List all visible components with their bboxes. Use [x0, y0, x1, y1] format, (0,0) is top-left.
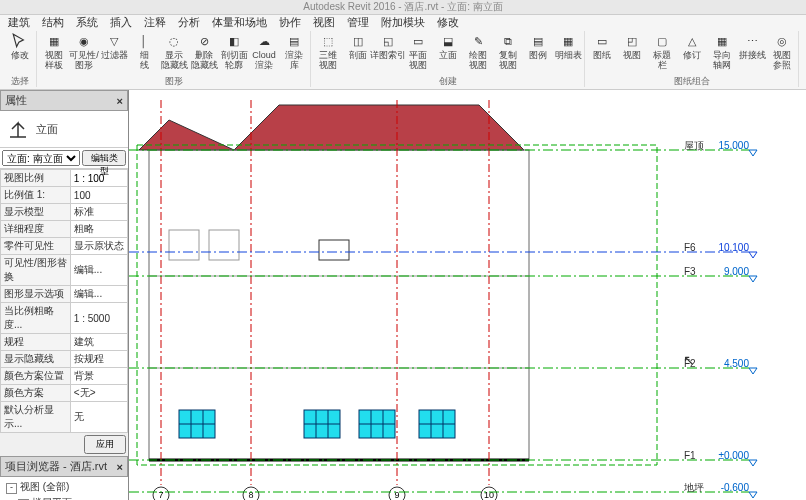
menu-管理[interactable]: 管理	[347, 15, 369, 30]
close-icon[interactable]: ×	[117, 461, 123, 473]
plan-views-button[interactable]: ▭平面视图	[404, 31, 432, 71]
prop-value[interactable]: 无	[70, 402, 127, 433]
schedules-icon: ▦	[559, 32, 577, 50]
menu-附加模块[interactable]: 附加模块	[381, 15, 425, 30]
level-marker-icon	[749, 368, 757, 374]
visibility-icon: ◉	[75, 32, 93, 50]
level-elev[interactable]: -0.600	[721, 482, 750, 493]
title-block-button[interactable]: ▢标题栏	[648, 31, 676, 71]
instance-select[interactable]: 立面: 南立面	[2, 150, 80, 166]
level-name[interactable]: F1	[684, 450, 696, 461]
revisions-button[interactable]: △修订	[678, 31, 706, 61]
expand-icon[interactable]: -	[6, 483, 17, 494]
prop-value[interactable]: 标准	[70, 204, 127, 221]
visibility-button[interactable]: ◉可见性/图形	[70, 31, 98, 71]
level-elev[interactable]: 15.000	[718, 140, 749, 151]
title-block-icon: ▢	[653, 32, 671, 50]
properties-table: 视图比例比例值 1:100显示模型标准详细程度粗略零件可见性显示原状态可见性/图…	[0, 169, 128, 433]
render-gallery-button[interactable]: ▤渲染库	[280, 31, 308, 71]
section-icon: ◫	[349, 32, 367, 50]
level-name[interactable]: F6	[684, 242, 696, 253]
sheet-icon: ▭	[593, 32, 611, 50]
prop-value[interactable]: 100	[70, 187, 127, 204]
thin-lines-button[interactable]: │细线	[130, 31, 158, 71]
menu-建筑[interactable]: 建筑	[8, 15, 30, 30]
callout-button[interactable]: ◱详图索引	[374, 31, 402, 61]
drafting-button[interactable]: ✎绘图视图	[464, 31, 492, 71]
apply-button[interactable]: 应用	[84, 435, 126, 454]
level-elev[interactable]: 10.100	[718, 242, 749, 253]
tree-node[interactable]: -视图 (全部)	[2, 479, 126, 495]
svg-rect-8	[319, 240, 349, 260]
prop-value[interactable]: <无>	[70, 385, 127, 402]
prop-value[interactable]	[70, 170, 127, 187]
prop-value[interactable]: 按规程	[70, 351, 127, 368]
remove-hidden-button[interactable]: ⊘删除隐藏线	[190, 31, 218, 71]
level-elev[interactable]: 4.500	[724, 358, 749, 369]
menu-视图[interactable]: 视图	[313, 15, 335, 30]
show-hidden-icon: ◌	[165, 32, 183, 50]
duplicate-icon: ⧉	[499, 32, 517, 50]
matchline-icon: ⋯	[743, 32, 761, 50]
menu-体量和场地[interactable]: 体量和场地	[212, 15, 267, 30]
guide-grid-button[interactable]: ▦导向轴网	[708, 31, 736, 71]
menu-注释[interactable]: 注释	[144, 15, 166, 30]
level-marker-icon	[749, 150, 757, 156]
cut-profile-button[interactable]: ◧剖切面轮廓	[220, 31, 248, 71]
sheet-button[interactable]: ▭图纸	[588, 31, 616, 61]
prop-value[interactable]: 1 : 5000	[70, 303, 127, 334]
render-icon: ☁	[255, 32, 273, 50]
prop-value[interactable]: 背景	[70, 368, 127, 385]
level-marker-icon	[749, 276, 757, 282]
view-ref-button[interactable]: ◎视图参照	[768, 31, 796, 71]
tree-node[interactable]: -楼层平面	[2, 495, 126, 500]
section-button[interactable]: ◫剖面	[344, 31, 372, 61]
elevation-button[interactable]: ⬓立面	[434, 31, 462, 61]
level-name[interactable]: F2	[684, 358, 696, 369]
duplicate-button[interactable]: ⧉复制视图	[494, 31, 522, 71]
level-marker-icon	[749, 492, 757, 498]
3d-view-icon: ⬚	[319, 32, 337, 50]
view-place-icon: ◰	[623, 32, 641, 50]
level-name[interactable]: 屋顶	[684, 140, 704, 151]
render-button[interactable]: ☁Cloud渲染	[250, 31, 278, 71]
level-marker-icon	[749, 460, 757, 466]
matchline-button[interactable]: ⋯拼接线	[738, 31, 766, 61]
prop-value[interactable]: 粗略	[70, 221, 127, 238]
filters-button[interactable]: ▽过滤器	[100, 31, 128, 61]
menu-系统[interactable]: 系统	[76, 15, 98, 30]
view-templates-icon: ▦	[45, 32, 63, 50]
menu-修改[interactable]: 修改	[437, 15, 459, 30]
schedules-button[interactable]: ▦明细表	[554, 31, 582, 61]
elevation-icon: ⬓	[439, 32, 457, 50]
view-templates-button[interactable]: ▦视图样板	[40, 31, 68, 71]
modify-button[interactable]: 修改	[6, 31, 34, 61]
plan-views-icon: ▭	[409, 32, 427, 50]
close-icon[interactable]: ×	[117, 95, 123, 107]
callout-icon: ◱	[379, 32, 397, 50]
view-place-button[interactable]: ◰视图	[618, 31, 646, 61]
svg-rect-7	[209, 230, 239, 260]
edit-type-button[interactable]: 编辑类型	[82, 150, 126, 166]
drawing-canvas[interactable]: 78910屋顶15.000F610.100F39.000F24.500F1±0.…	[129, 90, 806, 500]
show-hidden-button[interactable]: ◌显示隐藏线	[160, 31, 188, 71]
level-marker-icon	[749, 252, 757, 258]
legend-button[interactable]: ▤图例	[524, 31, 552, 61]
level-elev[interactable]: 9.000	[724, 266, 749, 277]
prop-value[interactable]: 编辑...	[70, 286, 127, 303]
level-elev[interactable]: ±0.000	[718, 450, 749, 461]
menu-插入[interactable]: 插入	[110, 15, 132, 30]
prop-value[interactable]: 建筑	[70, 334, 127, 351]
menu-结构[interactable]: 结构	[42, 15, 64, 30]
level-name[interactable]: 地坪	[683, 482, 704, 493]
type-selector[interactable]: 立面	[0, 111, 128, 148]
prop-value[interactable]: 编辑...	[70, 255, 127, 286]
3d-view-button[interactable]: ⬚三维视图	[314, 31, 342, 71]
menu-分析[interactable]: 分析	[178, 15, 200, 30]
view-ref-icon: ◎	[773, 32, 791, 50]
level-name[interactable]: F3	[684, 266, 696, 277]
menu-协作[interactable]: 协作	[279, 15, 301, 30]
svg-marker-0	[234, 105, 524, 150]
prop-value[interactable]: 显示原状态	[70, 238, 127, 255]
switch-win-button[interactable]: ⧉切换窗口	[802, 31, 806, 71]
